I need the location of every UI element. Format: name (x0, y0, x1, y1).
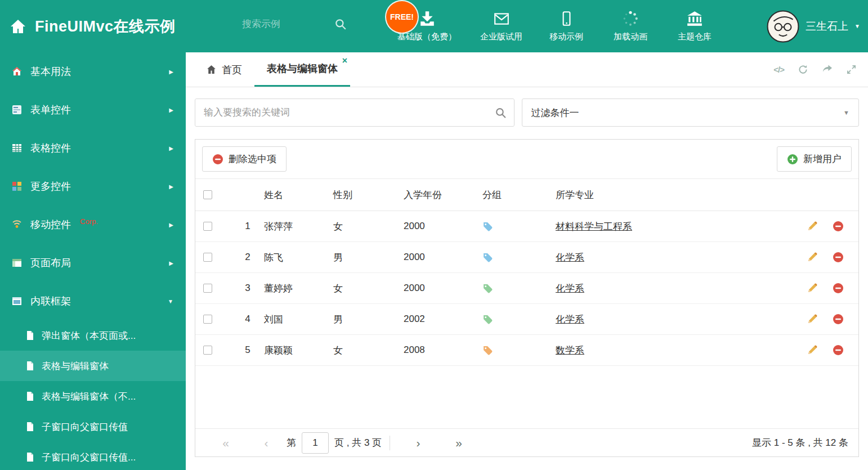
major-link[interactable]: 化学系 (556, 283, 584, 294)
row-checkbox[interactable] (203, 284, 212, 293)
chevron-right-icon: ▶ (169, 183, 173, 190)
bank-icon (686, 10, 703, 27)
sidebar-item-basic-usage[interactable]: 基本用法 ▶ (0, 52, 186, 91)
tag-icon (482, 345, 556, 356)
pagination-bar: « ‹ 第 页 , 共 3 页 › » 显示 1 - 5 条 , 共 12 条 (195, 428, 858, 456)
last-page-button[interactable]: » (439, 436, 479, 450)
sidebar-item-form-controls[interactable]: 表单控件 ▶ (0, 91, 186, 129)
edit-pencil-icon[interactable] (807, 314, 818, 325)
sidebar-subitem-child-to-parent[interactable]: 子窗口向父窗口传值 (0, 411, 186, 442)
prev-page-button[interactable]: ‹ (246, 436, 287, 450)
table-row: 4 刘国 男 2002 化学系 (195, 304, 858, 335)
select-all-checkbox[interactable] (203, 190, 212, 199)
header-group: 分组 (482, 189, 556, 202)
major-link[interactable]: 数学系 (556, 345, 584, 356)
cell-name: 刘国 (264, 313, 333, 326)
sidebar-subitem-label: 表格与编辑窗体 (42, 360, 109, 373)
user-name: 三生石上 (806, 19, 848, 34)
edit-pencil-icon[interactable] (807, 344, 818, 356)
add-user-button[interactable]: 新增用户 (777, 146, 852, 172)
delete-row-icon[interactable] (833, 344, 844, 356)
page-number-input[interactable] (302, 432, 329, 454)
edit-pencil-icon[interactable] (807, 252, 818, 263)
refresh-icon[interactable] (798, 64, 808, 75)
page-label-prefix: 第 (287, 436, 296, 449)
share-icon[interactable] (822, 64, 833, 75)
delete-selected-button[interactable]: 删除选中项 (202, 146, 287, 172)
nav-label: 基础版（免费） (397, 32, 457, 42)
row-index: 4 (231, 314, 264, 325)
sidebar-item-label: 表格控件 (30, 141, 71, 155)
first-page-button[interactable]: « (205, 436, 246, 450)
brand[interactable]: FineUIMvc在线示例 (9, 0, 176, 52)
avatar (767, 10, 799, 43)
sidebar-item-grid-controls[interactable]: 表格控件 ▶ (0, 129, 186, 167)
close-icon[interactable]: × (342, 56, 347, 65)
tab-grid-edit-window[interactable]: 表格与编辑窗体 × (254, 52, 350, 87)
search-icon[interactable] (334, 18, 347, 30)
major-link[interactable]: 材料科学与工程系 (556, 221, 632, 232)
nav-item-loading-animation[interactable]: 加载动画 (610, 10, 651, 42)
delete-row-icon[interactable] (833, 252, 844, 263)
edit-pencil-icon[interactable] (807, 283, 818, 294)
major-link[interactable]: 化学系 (556, 252, 584, 263)
major-link[interactable]: 化学系 (556, 314, 584, 325)
tab-bar: 首页 表格与编辑窗体 × </> (186, 52, 868, 87)
table-header: 姓名 性别 入学年份 分组 所学专业 (195, 179, 858, 211)
home-icon (9, 17, 27, 35)
nav-label: 加载动画 (614, 32, 647, 42)
sidebar-subitem-grid-edit-window[interactable]: 表格与编辑窗体 (0, 351, 186, 381)
download-icon (419, 10, 436, 27)
sidebar-item-more-controls[interactable]: 更多控件 ▶ (0, 167, 186, 205)
sidebar-item-mobile-controls[interactable]: 移动控件 Corp. ▶ (0, 205, 186, 244)
next-page-button[interactable]: › (398, 436, 439, 450)
sidebar-subitem-popup-window[interactable]: 弹出窗体（本页面或... (0, 320, 186, 351)
sidebar-subitem-label: 弹出窗体（本页面或... (42, 329, 136, 342)
delete-row-icon[interactable] (833, 283, 844, 294)
nav-item-enterprise-trial[interactable]: 企业版试用 (480, 10, 522, 42)
sidebar-item-label: 页面布局 (30, 256, 71, 270)
nav-item-theme-repo[interactable]: 主题仓库 (674, 10, 715, 42)
sidebar-item-inline-frame[interactable]: 内联框架 ▼ (0, 282, 186, 320)
cell-gender: 女 (333, 220, 404, 233)
tag-icon (482, 221, 556, 232)
file-icon (25, 422, 35, 432)
keyword-search-input[interactable] (195, 99, 514, 126)
home-icon (11, 66, 23, 77)
delete-row-icon[interactable] (833, 314, 844, 325)
sidebar-item-label: 更多控件 (30, 180, 71, 193)
user-menu[interactable]: 三生石上 ▼ (767, 0, 860, 52)
sidebar-subitem-child-to-parent-2[interactable]: 子窗口向父窗口传值... (0, 442, 186, 470)
header-name: 姓名 (264, 189, 333, 202)
tab-home[interactable]: 首页 (194, 52, 254, 87)
free-badge: FREE! (386, 1, 418, 33)
nav-label: 移动示例 (549, 32, 583, 42)
table-row: 5 康颖颖 女 2008 数学系 (195, 335, 858, 366)
cell-year: 2000 (404, 221, 482, 232)
record-summary: 显示 1 - 5 条 , 共 12 条 (752, 436, 848, 449)
edit-pencil-icon[interactable] (807, 221, 818, 232)
sidebar: 基本用法 ▶ 表单控件 ▶ 表格控件 ▶ 更多 (0, 52, 186, 470)
search-icon[interactable] (495, 107, 507, 119)
nav-label: 企业版试用 (480, 32, 522, 42)
cell-name: 董婷婷 (264, 282, 333, 295)
row-checkbox[interactable] (203, 315, 212, 324)
delete-row-icon[interactable] (833, 221, 844, 232)
filter-dropdown[interactable]: 过滤条件一 ▼ (522, 99, 860, 127)
row-checkbox[interactable] (203, 253, 212, 262)
nav-item-mobile-demo[interactable]: 移动示例 (546, 10, 587, 42)
header-search (242, 18, 347, 30)
header-search-input[interactable] (242, 19, 326, 30)
sidebar-subitem-grid-edit-window-2[interactable]: 表格与编辑窗体（不... (0, 381, 186, 411)
sidebar-item-page-layout[interactable]: 页面布局 ▶ (0, 244, 186, 282)
app-window: FineUIMvc在线示例 FREE! 基础版（免费） 企业版试用 (0, 0, 868, 470)
minus-circle-icon (212, 154, 223, 165)
row-checkbox[interactable] (203, 222, 212, 231)
row-checkbox[interactable] (203, 346, 212, 355)
source-code-icon[interactable]: </> (773, 65, 784, 74)
divider (390, 436, 390, 450)
row-index: 5 (231, 344, 264, 356)
expand-icon[interactable] (846, 64, 857, 75)
sidebar-item-label: 移动控件 (30, 218, 71, 231)
header-major: 所学专业 (556, 189, 797, 202)
